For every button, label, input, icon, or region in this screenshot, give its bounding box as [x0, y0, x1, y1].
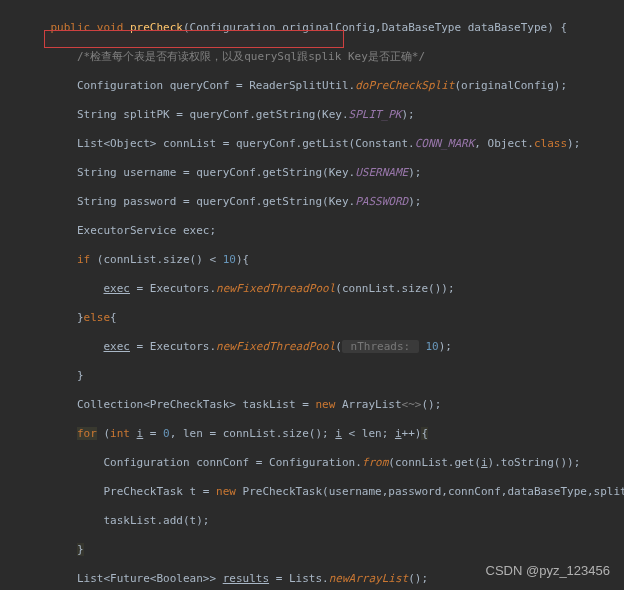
code-line: List<Object> connList = queryConf.getLis…: [24, 137, 624, 152]
code-line: String splitPK = queryConf.getString(Key…: [24, 108, 624, 123]
code-line: exec = Executors.newFixedThreadPool(conn…: [24, 282, 624, 297]
code-line: ExecutorService exec;: [24, 224, 624, 239]
code-line: public void preCheck(Configuration origi…: [24, 21, 624, 36]
code-line: taskList.add(t);: [24, 514, 624, 529]
watermark: CSDN @pyz_123456: [486, 563, 610, 578]
code-line: Configuration connConf = Configuration.f…: [24, 456, 624, 471]
code-line: PreCheckTask t = new PreCheckTask(userna…: [24, 485, 624, 500]
code-line: /*检查每个表是否有读权限，以及querySql跟splik Key是否正确*/: [24, 50, 624, 65]
code-line: exec = Executors.newFixedThreadPool( nTh…: [24, 340, 624, 355]
code-line: String password = queryConf.getString(Ke…: [24, 195, 624, 210]
code-line: if (connList.size() < 10){: [24, 253, 624, 268]
code-line: for (int i = 0, len = connList.size(); i…: [24, 427, 624, 442]
code-line: Configuration queryConf = ReaderSplitUti…: [24, 79, 624, 94]
code-line: Collection<PreCheckTask> taskList = new …: [24, 398, 624, 413]
code-line: }: [24, 543, 624, 558]
code-editor[interactable]: public void preCheck(Configuration origi…: [0, 0, 624, 590]
code-line: }: [24, 369, 624, 384]
code-line: String username = queryConf.getString(Ke…: [24, 166, 624, 181]
code-line: }else{: [24, 311, 624, 326]
